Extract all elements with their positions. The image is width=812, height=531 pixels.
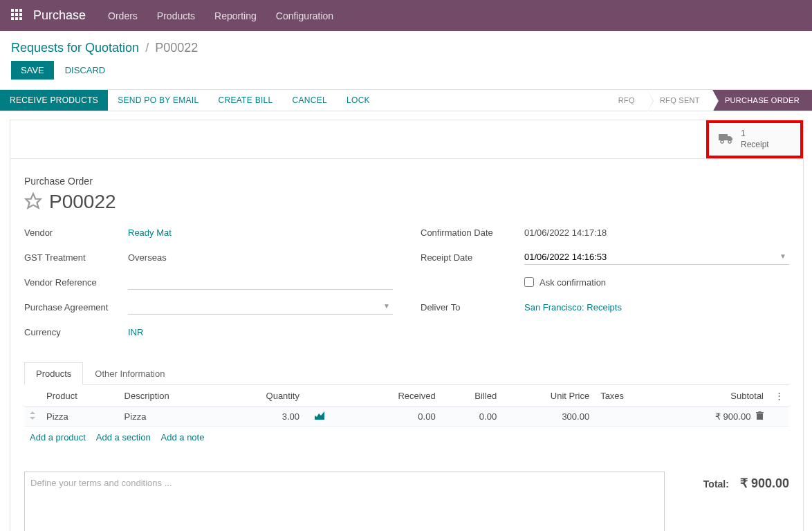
receipt-date-input[interactable] <box>524 250 789 265</box>
svg-marker-12 <box>26 194 41 208</box>
col-unit-price[interactable]: Unit Price <box>502 385 595 407</box>
stat-label: Receipt <box>741 140 769 151</box>
col-product[interactable]: Product <box>41 385 119 407</box>
nav-products[interactable]: Products <box>157 10 195 21</box>
cell-received[interactable]: 0.00 <box>351 407 441 427</box>
receipt-stat-button[interactable]: 1 Receipt <box>706 120 803 158</box>
ask-confirmation-label: Ask confirmation <box>539 277 606 288</box>
cell-billed[interactable]: 0.00 <box>441 407 503 427</box>
action-buttons: SAVE DISCARD <box>0 61 812 89</box>
svg-rect-2 <box>19 9 22 12</box>
add-note-link[interactable]: Add a note <box>161 432 205 442</box>
col-description[interactable]: Description <box>119 385 223 407</box>
form-grid: Vendor Ready Mat GST Treatment Overseas … <box>24 224 789 348</box>
col-billed[interactable]: Billed <box>441 385 503 407</box>
nav-reporting[interactable]: Reporting <box>214 10 257 21</box>
col-options-icon[interactable]: ⋮ <box>769 385 789 407</box>
sheet-body: Purchase Order P00022 Vendor Ready Mat G… <box>10 159 803 531</box>
cell-taxes[interactable] <box>595 407 659 427</box>
create-bill-button[interactable]: CREATE BILL <box>208 95 282 105</box>
nav-configuration[interactable]: Configuration <box>276 10 333 21</box>
table-row[interactable]: Pizza Pizza 3.00 0.00 0.00 300.00 ₹ 900.… <box>24 407 789 427</box>
nav-orders[interactable]: Orders <box>108 10 138 21</box>
currency-label: Currency <box>24 327 128 337</box>
apps-icon[interactable] <box>11 9 22 22</box>
deliver-to-label: Deliver To <box>421 302 524 313</box>
tabs: Products Other Information <box>24 362 789 385</box>
col-subtotal[interactable]: Subtotal <box>659 385 769 407</box>
form-sheet: 1 Receipt Purchase Order P00022 Vendor R… <box>10 120 804 531</box>
col-quantity[interactable]: Quantity <box>223 385 305 407</box>
confirm-date-label: Confirmation Date <box>421 227 524 238</box>
forecast-chart-icon[interactable] <box>315 411 324 422</box>
tab-other-info[interactable]: Other Information <box>83 362 176 384</box>
discard-button[interactable]: DISCARD <box>62 61 109 80</box>
add-links: Add a product Add a section Add a note <box>24 427 789 448</box>
breadcrumb-sep: / <box>145 41 149 55</box>
agreement-label: Purchase Agreement <box>24 302 128 313</box>
svg-rect-4 <box>15 13 18 16</box>
cell-subtotal: ₹ 900.00 <box>659 407 769 427</box>
save-button[interactable]: SAVE <box>11 61 54 80</box>
svg-rect-9 <box>719 134 728 140</box>
cell-product[interactable]: Pizza <box>41 407 119 427</box>
drag-handle-icon[interactable] <box>24 407 41 427</box>
form-col-left: Vendor Ready Mat GST Treatment Overseas … <box>24 224 393 348</box>
stage-indicator: RFQ RFQ SENT PURCHASE ORDER <box>606 90 812 111</box>
cancel-button[interactable]: CANCEL <box>283 95 337 105</box>
favorite-star-icon[interactable] <box>24 192 42 212</box>
currency-value[interactable]: INR <box>128 327 393 337</box>
confirm-date-value: 01/06/2022 14:17:18 <box>524 227 789 238</box>
svg-rect-3 <box>11 13 14 16</box>
total-label: Total: <box>703 478 729 490</box>
svg-rect-7 <box>15 17 18 20</box>
cell-description[interactable]: Pizza <box>119 407 223 427</box>
vendor-value[interactable]: Ready Mat <box>128 227 393 238</box>
deliver-to-value[interactable]: San Francisco: Receipts <box>524 302 789 313</box>
tab-products[interactable]: Products <box>24 362 83 385</box>
vendor-ref-input[interactable] <box>128 274 393 290</box>
truck-icon <box>719 133 734 146</box>
svg-rect-5 <box>19 13 22 16</box>
terms-input[interactable] <box>24 472 665 531</box>
nav-menu: Orders Products Reporting Configuration <box>108 10 333 21</box>
terms-box <box>24 472 665 531</box>
total-value: ₹ 900.00 <box>740 476 789 491</box>
app-title[interactable]: Purchase <box>33 8 86 23</box>
ask-confirmation-row[interactable]: Ask confirmation <box>524 277 789 288</box>
lock-button[interactable]: LOCK <box>337 95 380 105</box>
cell-empty <box>769 407 789 427</box>
top-nav: Purchase Orders Products Reporting Confi… <box>0 0 812 31</box>
stage-rfq-sent[interactable]: RFQ SENT <box>647 90 712 111</box>
stat-count: 1 <box>741 129 769 140</box>
title-label: Purchase Order <box>24 176 789 187</box>
breadcrumb: Requests for Quotation / P00022 <box>11 41 801 55</box>
cell-unit-price[interactable]: 300.00 <box>502 407 595 427</box>
breadcrumb-bar: Requests for Quotation / P00022 <box>0 31 812 61</box>
order-lines-table: Product Description Quantity Received Bi… <box>24 385 789 427</box>
cell-subtotal-value: ₹ 900.00 <box>715 411 750 422</box>
col-forecast <box>305 385 351 407</box>
receive-products-button[interactable]: RECEIVE PRODUCTS <box>0 90 108 111</box>
svg-rect-1 <box>15 9 18 12</box>
stage-rfq[interactable]: RFQ <box>606 90 647 111</box>
stat-buttons: 1 Receipt <box>10 120 803 159</box>
ask-confirmation-checkbox[interactable] <box>524 277 534 287</box>
svg-point-11 <box>728 140 731 143</box>
send-po-button[interactable]: SEND PO BY EMAIL <box>108 95 208 105</box>
add-section-link[interactable]: Add a section <box>96 432 151 442</box>
cell-forecast[interactable] <box>305 407 351 427</box>
order-number: P00022 <box>49 191 116 213</box>
add-product-link[interactable]: Add a product <box>30 432 86 442</box>
svg-marker-14 <box>30 417 35 420</box>
stage-purchase-order[interactable]: PURCHASE ORDER <box>712 90 812 111</box>
col-handle <box>24 385 41 407</box>
agreement-input[interactable] <box>128 299 393 315</box>
delete-row-icon[interactable] <box>756 411 764 422</box>
breadcrumb-parent[interactable]: Requests for Quotation <box>11 41 139 55</box>
col-taxes[interactable]: Taxes <box>595 385 659 407</box>
col-received[interactable]: Received <box>351 385 441 407</box>
form-col-right: Confirmation Date 01/06/2022 14:17:18 Re… <box>421 224 789 348</box>
gst-label: GST Treatment <box>24 252 128 263</box>
cell-quantity[interactable]: 3.00 <box>223 407 305 427</box>
